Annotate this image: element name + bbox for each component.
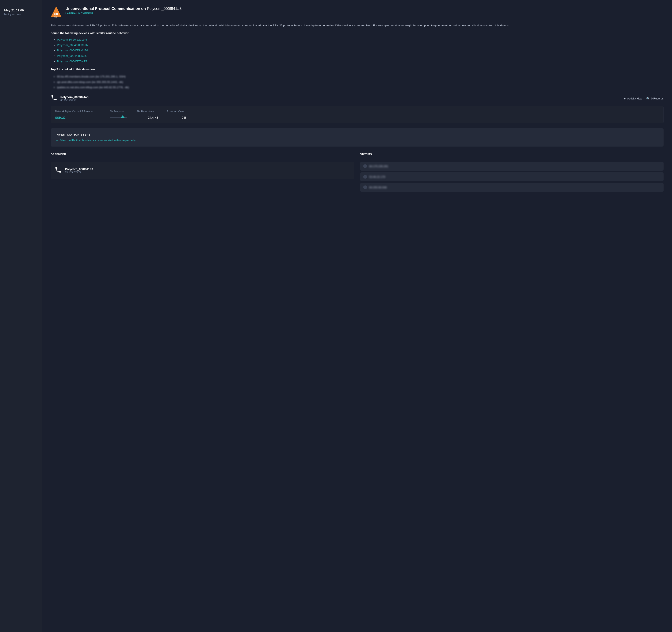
offender-info: Polycom_000f841a3 65.155.239.27: [65, 167, 93, 174]
device-link-3[interactable]: Polycom_0004f25b0d7d: [57, 49, 88, 52]
device-link-1[interactable]: Polycom 10.20.222.244: [57, 38, 87, 41]
alert-title-area: Unconventional Protocol Communication on…: [66, 6, 664, 15]
description-text: This device sent data over the SSH:22 pr…: [51, 23, 664, 28]
sidebar-duration: lasting an hour: [4, 13, 38, 16]
list-item[interactable]: Polycom_0004f2883a7b: [57, 43, 664, 48]
risk-label: RISK: [54, 16, 58, 18]
arrow-right-icon: →: [56, 139, 58, 142]
offender-col: OFFENDER Polycom_000f841a3 65.155.239.27: [51, 153, 354, 193]
victim-dot-1: [363, 164, 367, 168]
victim-dot-3: [363, 185, 367, 189]
evidence-section: OFFENDER Polycom_000f841a3 65.155.239.27: [51, 153, 664, 193]
investigation-link[interactable]: → View the IPs that this device communic…: [56, 139, 658, 142]
network-stats-header: Network Bytes Out by L7 Protocol 6h Snap…: [55, 110, 659, 113]
alert-header: 60 RISK Unconventional Protocol Communic…: [51, 6, 664, 17]
victim-item-2: 53.46.22.179: [360, 172, 664, 181]
activity-map-label: Activity Map: [627, 97, 642, 100]
sidebar-date: May 21 01:00: [4, 8, 38, 12]
alert-title: Unconventional Protocol Communication on…: [66, 6, 664, 11]
col-protocol-header: Network Bytes Out by L7 Protocol: [55, 110, 97, 113]
chart-line: [110, 117, 127, 118]
top-ips-label: Top 3 ips linked to this detection:: [51, 67, 664, 72]
device-actions: ✦ Activity Map 🔍 0 Records: [623, 97, 664, 100]
device-link-4[interactable]: Polycom_0004f28853a7: [57, 54, 88, 57]
network-stats-row: SSH:22 24.4 KB 0 B: [55, 116, 659, 119]
offender-label: OFFENDER: [51, 153, 354, 157]
victim-text-2: 53.46.22.179: [369, 175, 385, 179]
victims-label: VICTIMS: [360, 153, 664, 157]
device-link-5[interactable]: Polycom_0004f270f475: [57, 60, 87, 63]
col-snapshot-header: 6h Snapshot: [110, 110, 124, 113]
network-stats: Network Bytes Out by L7 Protocol 6h Snap…: [51, 106, 664, 123]
investigation-card: INVESTIGATION STEPS → View the IPs that …: [51, 128, 664, 146]
device-phone-icon: [51, 94, 57, 102]
col-expected-header: Expected Value: [167, 110, 184, 113]
activity-map-icon: ✦: [623, 97, 626, 100]
victim-item-1: 84.175.235.291: [360, 162, 664, 171]
list-item: 80.ba.4f5.members.linode.com (ke 175.201…: [57, 74, 664, 79]
offender-phone-icon: [54, 166, 62, 175]
risk-score: 60: [54, 13, 58, 16]
investigation-link-text: View the IPs that this device communicat…: [60, 139, 136, 142]
offender-ip: 65.155.239.27: [65, 171, 93, 174]
device-ip: 65.155.239.27: [61, 99, 623, 102]
expected-value: 0 B: [182, 116, 186, 119]
records-icon: 🔍: [646, 97, 650, 100]
victim-dot-2: [363, 175, 367, 179]
device-info: Polycom_000f841a3 65.155.239.27: [61, 95, 623, 102]
peak-value: 24.4 KB: [148, 116, 169, 119]
victim-text-1: 84.175.235.291: [369, 165, 388, 168]
offender-name: Polycom_000f841a3: [65, 167, 93, 171]
device-link-2[interactable]: Polycom_0004f2883a7b: [57, 44, 88, 47]
list-item[interactable]: Polycom_0004f270f475: [57, 59, 664, 64]
left-sidebar: May 21 01:00 lasting an hour: [0, 0, 42, 632]
alert-title-prefix: Unconventional Protocol Communication on: [66, 6, 146, 11]
records-button[interactable]: 🔍 0 Records: [646, 97, 664, 100]
activity-map-button[interactable]: ✦ Activity Map: [623, 97, 642, 100]
alert-subtitle: LATERAL MOVEMENT: [66, 12, 664, 15]
snapshot-chart: [110, 117, 135, 118]
list-item: ajn.anel.dfks.com-kbsp.com (ke 355.355.5…: [57, 80, 664, 85]
col-peak-header: 1hr Peak Value: [137, 110, 154, 113]
victim-item-3: 94.255.56.048: [360, 183, 664, 192]
list-item[interactable]: Polycom_0004f28853a7: [57, 54, 664, 58]
top-ips-list: 80.ba.4f5.members.linode.com (ke 175.201…: [51, 74, 664, 90]
device-row: Polycom_000f841a3 65.155.239.27 ✦ Activi…: [51, 94, 664, 102]
protocol-label: SSH:22: [55, 116, 97, 119]
chart-spike: [121, 115, 125, 118]
similar-label: Found the following devices with similar…: [51, 31, 664, 36]
main-content: 60 RISK Unconventional Protocol Communic…: [42, 0, 672, 632]
offender-label-bar: OFFENDER: [51, 153, 354, 159]
records-label: 0 Records: [651, 97, 664, 100]
similar-devices-list: Polycom 10.20.222.244 Polycom_0004f2883a…: [51, 38, 664, 64]
risk-badge: 60 RISK: [51, 6, 62, 17]
device-name-text: Polycom_000f841a3: [61, 95, 623, 99]
list-item[interactable]: Polycom_0004f25b0d7d: [57, 48, 664, 53]
alert-device-name: Polycom_000f841a3: [147, 6, 182, 11]
victims-col: VICTIMS 84.175.235.291 53.46.22.179 94.2…: [360, 153, 664, 193]
victims-label-bar: VICTIMS: [360, 153, 664, 159]
list-item[interactable]: Polycom 10.20.222.244: [57, 38, 664, 42]
page-container: May 21 01:00 lasting an hour 60 RISK Unc…: [0, 0, 672, 632]
investigation-title: INVESTIGATION STEPS: [56, 133, 658, 136]
description-block: This device sent data over the SSH:22 pr…: [51, 23, 664, 90]
victim-text-3: 94.255.56.048: [369, 186, 387, 189]
offender-card: Polycom_000f841a3 65.155.239.27: [51, 162, 354, 179]
list-item: ipables.nc.net.dns.com-kfksp.com (ke 445…: [57, 85, 664, 90]
